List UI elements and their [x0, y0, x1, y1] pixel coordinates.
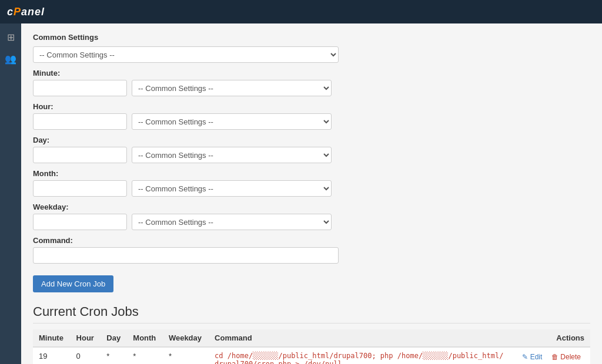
cell-weekday: *	[163, 347, 209, 364]
col-command: Command	[209, 329, 511, 347]
col-day: Day	[101, 329, 127, 347]
table-header: Minute Hour Day Month Weekday Command Ac…	[33, 329, 590, 347]
edit-button-0[interactable]: Edit	[519, 352, 546, 362]
add-cron-job-button[interactable]: Add New Cron Job	[33, 275, 113, 292]
current-cron-jobs-section: Current Cron Jobs Minute Hour Day Month …	[33, 304, 590, 364]
hour-select[interactable]: -- Common Settings --	[132, 113, 332, 130]
cell-day: *	[101, 347, 127, 364]
current-cron-jobs-title: Current Cron Jobs	[33, 304, 590, 323]
minute-group: Minute: -- Common Settings --	[33, 69, 590, 96]
month-group: Month: -- Common Settings --	[33, 169, 590, 197]
hour-label: Hour:	[33, 102, 590, 111]
command-label: Command:	[33, 236, 590, 245]
col-actions: Actions	[511, 329, 590, 347]
col-month: Month	[127, 329, 163, 347]
col-minute: Minute	[33, 329, 71, 347]
month-input[interactable]	[33, 180, 127, 197]
hour-row: -- Common Settings --	[33, 113, 590, 130]
table-body: 19 0 * * * cd /home/░░░░░░/public_html/d…	[33, 347, 590, 364]
top-common-settings-select[interactable]: -- Common Settings --	[33, 46, 339, 63]
cell-actions: Edit Delete	[511, 347, 590, 364]
cell-month: *	[127, 347, 163, 364]
minute-row: -- Common Settings --	[33, 80, 590, 96]
month-label: Month:	[33, 169, 590, 178]
day-input[interactable]	[33, 147, 127, 163]
minute-label: Minute:	[33, 69, 590, 77]
layout: ⊞ 👥 Common Settings -- Common Settings -…	[0, 23, 602, 364]
month-row: -- Common Settings --	[33, 180, 590, 197]
day-row: -- Common Settings --	[33, 147, 590, 163]
weekday-input[interactable]	[33, 214, 127, 230]
weekday-group: Weekday: -- Common Settings --	[33, 203, 590, 230]
table-row: 19 0 * * * cd /home/░░░░░░/public_html/d…	[33, 347, 590, 364]
col-weekday: Weekday	[163, 329, 209, 347]
day-label: Day:	[33, 136, 590, 144]
cell-hour: 0	[71, 347, 101, 364]
month-select[interactable]: -- Common Settings --	[132, 180, 332, 197]
minute-select[interactable]: -- Common Settings --	[132, 80, 332, 96]
main-content: Common Settings -- Common Settings -- Mi…	[21, 23, 602, 364]
topnav: cPanel	[0, 0, 602, 23]
hour-group: Hour: -- Common Settings --	[33, 102, 590, 130]
add-cron-section: Common Settings -- Common Settings -- Mi…	[33, 33, 590, 292]
weekday-select[interactable]: -- Common Settings --	[132, 214, 332, 230]
users-icon[interactable]: 👥	[2, 51, 19, 67]
day-group: Day: -- Common Settings --	[33, 136, 590, 163]
grid-icon[interactable]: ⊞	[5, 29, 17, 45]
hour-input[interactable]	[33, 113, 127, 130]
weekday-row: -- Common Settings --	[33, 214, 590, 230]
col-hour: Hour	[71, 329, 101, 347]
day-select[interactable]: -- Common Settings --	[132, 147, 332, 163]
command-input[interactable]	[33, 247, 339, 264]
section-title: Common Settings	[33, 33, 590, 42]
cpanel-logo: cPanel	[7, 6, 45, 18]
cron-jobs-table: Minute Hour Day Month Weekday Command Ac…	[33, 329, 590, 364]
sidebar: ⊞ 👥	[0, 23, 21, 364]
cell-command: cd /home/░░░░░░/public_html/drupal700; p…	[209, 347, 511, 364]
delete-button-0[interactable]: Delete	[548, 352, 584, 362]
minute-input[interactable]	[33, 80, 127, 96]
weekday-label: Weekday:	[33, 203, 590, 211]
top-common-settings-group: -- Common Settings --	[33, 46, 590, 63]
command-group: Command:	[33, 236, 590, 264]
cell-minute: 19	[33, 347, 71, 364]
